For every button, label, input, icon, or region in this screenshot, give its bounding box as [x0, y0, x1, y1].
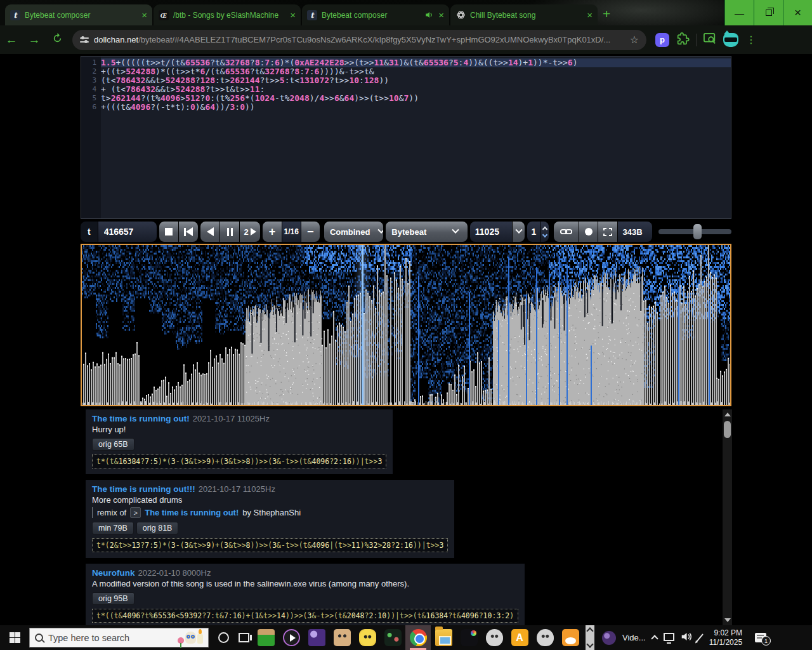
bot-extension-icon[interactable]	[723, 33, 738, 47]
tab-close-icon[interactable]: ×	[438, 10, 444, 20]
media-play-taskbar-button[interactable]	[278, 625, 304, 650]
scrollbar-thumb[interactable]	[724, 421, 731, 438]
song-mode-select[interactable]: Bytebeat	[386, 222, 467, 242]
view-mode-select[interactable]: Combined	[324, 222, 383, 242]
song-size-button[interactable]: orig 95B	[92, 592, 134, 605]
fullscreen-button[interactable]	[598, 222, 617, 242]
taskbar-overflow-scroll[interactable]	[586, 625, 594, 650]
waveform-canvas[interactable]	[82, 245, 730, 405]
purple-game-taskbar-button[interactable]	[304, 625, 329, 650]
browser-menu-icon[interactable]: ⋮	[746, 34, 757, 46]
scroll-up-icon[interactable]	[724, 413, 731, 416]
play-fast-button[interactable]: 2	[240, 222, 260, 242]
spinner-down-icon[interactable]	[542, 232, 547, 237]
dark-pet-taskbar-button[interactable]	[380, 625, 405, 650]
song-title-link[interactable]: The time is running out!!!	[92, 484, 195, 494]
zoom-out-button[interactable]: −	[301, 222, 320, 242]
baldi-figure-taskbar-button[interactable]	[253, 625, 278, 650]
waveform-panel[interactable]	[81, 244, 731, 406]
forward-button[interactable]: →	[23, 33, 46, 47]
song-size-button[interactable]: min 79B	[92, 522, 134, 534]
tray-expand-icon[interactable]	[651, 635, 658, 642]
scroll-down-icon[interactable]	[724, 618, 731, 622]
gray-sticker-2-taskbar-button[interactable]	[532, 625, 558, 650]
tab-close-icon[interactable]: ×	[587, 10, 593, 20]
editor-line[interactable]: 6+(((t&4096?(-t*t):0)&64))/3:0))	[81, 103, 731, 112]
zoom-in-button[interactable]: +	[263, 222, 281, 242]
tab-close-icon[interactable]: ×	[141, 10, 147, 20]
open-parent-button[interactable]: >	[130, 507, 141, 518]
close-button[interactable]: ×	[783, 0, 812, 25]
restore-button[interactable]	[754, 0, 783, 25]
volume-slider-thumb[interactable]	[693, 224, 702, 239]
spinner-up-icon[interactable]	[542, 226, 547, 231]
scratch-cat-taskbar-button[interactable]	[558, 625, 583, 650]
minimize-button[interactable]: —	[724, 0, 754, 25]
editor-line[interactable]: 2+((t>524288)*((t>>t*6/(t&65536?t&32768?…	[81, 67, 731, 76]
samplerate-value[interactable]: 11025	[470, 222, 512, 242]
cortana-button[interactable]	[218, 632, 229, 643]
file-explorer-taskbar-button[interactable]	[431, 625, 456, 650]
record-button[interactable]	[579, 222, 598, 242]
taskbar-search-input[interactable]: Type here to search	[29, 628, 209, 647]
browser-tab[interactable]: tBytebeat composer×	[302, 4, 449, 25]
arc-browser-taskbar-button[interactable]: A	[507, 625, 532, 650]
reload-button[interactable]	[46, 33, 69, 47]
gray-sticker-1-taskbar-button[interactable]	[481, 625, 507, 650]
extensions-puzzle-icon[interactable]	[677, 32, 690, 48]
taskbar-clock[interactable]: 9:02 PM 11/1/2025	[709, 628, 743, 647]
extension-p-icon[interactable]: p	[655, 33, 669, 47]
samplerate-select-button[interactable]	[513, 222, 525, 242]
tray-app-label[interactable]: Vide...	[622, 633, 646, 642]
overflow-down-icon[interactable]	[586, 640, 593, 647]
ibispaint-taskbar-button[interactable]	[456, 625, 481, 650]
browser-tab[interactable]: Chill Bytebeat song×	[450, 4, 598, 25]
network-icon[interactable]	[664, 633, 674, 641]
editor-line[interactable]: 5t>262144?(t%4096>512?0:(t%256*(1024-t%2…	[81, 94, 731, 103]
site-info-icon[interactable]	[80, 36, 89, 44]
search-page-icon[interactable]	[703, 32, 717, 48]
chrome-taskbar-button[interactable]	[405, 625, 431, 650]
editor-line[interactable]: 4+ (t<786432&&t>524288?t>>t&t>>11:	[81, 85, 731, 94]
copy-link-button[interactable]	[554, 222, 579, 242]
url-bar[interactable]: dollchan.net/bytebeat/#4AABELEZ1T7tuBCEM…	[72, 30, 646, 50]
skip-start-button[interactable]	[179, 222, 198, 242]
tab-audio-icon[interactable]	[425, 11, 434, 19]
editor-line[interactable]: 11.5+(((((t>>t/(t&65536?t&32768?8:7:6)*(…	[81, 58, 731, 67]
song-list-scrollbar[interactable]	[723, 409, 732, 625]
tab-close-icon[interactable]: ×	[290, 10, 296, 20]
start-button[interactable]	[0, 625, 29, 650]
video-app-tray-icon[interactable]	[602, 631, 616, 645]
play-reverse-button[interactable]	[200, 222, 219, 242]
song-size-button[interactable]: orig 65B	[92, 438, 134, 451]
baldi-head-taskbar-button[interactable]	[329, 625, 355, 650]
remix-parent-link[interactable]: The time is running out!	[145, 508, 239, 517]
t-counter-input[interactable]	[98, 222, 157, 242]
song-size-button[interactable]: orig 81B	[136, 522, 179, 534]
rate-multiplier-value[interactable]: 1	[527, 222, 540, 242]
task-view-button[interactable]	[239, 633, 249, 642]
browser-tab[interactable]: Œ/btb - Songs by eSlashMachine×	[154, 4, 301, 25]
song-code[interactable]: t*(t&16384?7:5)*(3-(3&t>>9)+(3&t>>8))>>(…	[92, 454, 386, 468]
code-editor[interactable]: 11.5+(((((t>>t/(t&65536?t&32768?8:7:6)*(…	[81, 56, 731, 219]
url-text[interactable]: dollchan.net/bytebeat/#4AABELEZ1T7tuBCEM…	[94, 35, 625, 44]
song-code[interactable]: t*((t&4096?t%65536<59392?7:t&7:16)+(1&t>…	[92, 609, 518, 623]
pause-button[interactable]	[220, 222, 239, 242]
song-title-link[interactable]: Neurofunk	[92, 568, 135, 578]
rate-multiplier-spinner[interactable]	[540, 222, 549, 242]
song-title-link[interactable]: The time is running out!	[92, 414, 190, 423]
editor-line[interactable]: 3(t<786432&&t>524288?128:t>262144?t>>5:t…	[81, 76, 731, 85]
stop-button[interactable]	[159, 222, 178, 242]
notification-icon[interactable]: 1	[755, 633, 766, 642]
overflow-up-icon[interactable]	[586, 627, 593, 634]
bookmark-star-icon[interactable]: ☆	[630, 34, 639, 46]
search-icon	[35, 633, 43, 642]
back-button[interactable]: ←	[0, 33, 23, 47]
song-code[interactable]: t*(2&t>>13?7:5)*(3-(3&t>>9)+(3&t>>8))>>(…	[92, 538, 448, 552]
pen-icon[interactable]	[696, 633, 704, 642]
volume-icon[interactable]	[681, 632, 693, 644]
yellow-pet-taskbar-button[interactable]	[355, 625, 380, 650]
browser-tab[interactable]: tBytebeat composer×	[5, 4, 152, 25]
new-tab-button[interactable]: +	[603, 6, 610, 22]
volume-slider[interactable]	[658, 229, 731, 234]
